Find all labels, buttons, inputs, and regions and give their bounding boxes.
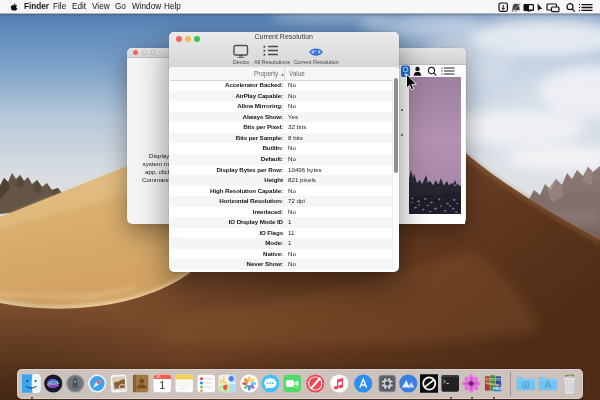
svg-text:1: 1	[159, 379, 165, 391]
svg-text:JUL: JUL	[156, 375, 162, 379]
svg-text:PRO: PRO	[493, 386, 501, 391]
